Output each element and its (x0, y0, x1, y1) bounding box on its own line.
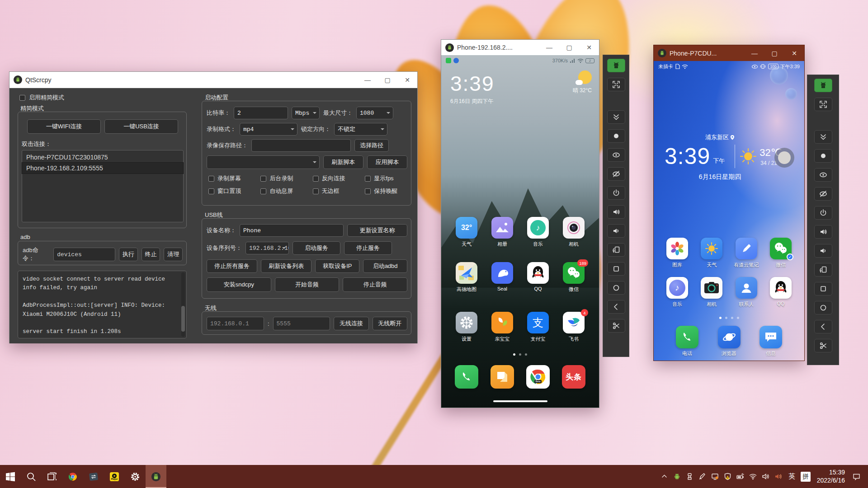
minimize-button[interactable]: — (745, 50, 764, 56)
checkbox-icon[interactable] (313, 176, 319, 182)
checkbox-always-top[interactable]: 窗口置顶 (208, 187, 257, 195)
expand-more-button[interactable] (814, 130, 832, 144)
volume-down-button[interactable] (607, 224, 625, 238)
cast-tray-icon[interactable] (709, 465, 721, 488)
chrome-taskbar-button[interactable] (62, 465, 83, 488)
dock-toutiao[interactable]: 头条 (559, 365, 588, 389)
wifi-connect-button[interactable]: 一键WIFI连接 (27, 119, 101, 134)
app-huawei-music[interactable]: ♪ 音乐 (663, 277, 692, 308)
fullscreen-button[interactable] (607, 78, 625, 91)
volume-active-tray-icon[interactable] (773, 465, 784, 488)
home-indicator[interactable] (493, 400, 547, 402)
app-contacts[interactable]: 联系人 (732, 277, 761, 308)
app-wechat[interactable]: ✓ 微信 (766, 238, 795, 268)
record-format-select[interactable]: mp4 (240, 123, 297, 136)
rotate-button[interactable] (607, 243, 625, 257)
app-feishu[interactable]: 4 飞书 (559, 312, 588, 343)
language-indicator[interactable]: 英 (785, 465, 799, 488)
qtscrcpy-titlebar[interactable]: QtScrcpy — ▢ ✕ (9, 72, 417, 88)
adb-stop-button[interactable]: 终止 (142, 248, 160, 261)
refresh-device-list-button[interactable]: 刷新设备列表 (261, 259, 311, 273)
screenshot-button[interactable] (607, 319, 625, 333)
wireless-connect-button[interactable]: 无线连接 (334, 317, 368, 330)
start-audio-button[interactable]: 开始音频 (275, 277, 340, 292)
screen-off-button[interactable] (814, 187, 832, 201)
action-center-button[interactable] (850, 465, 862, 488)
touch-button[interactable] (814, 149, 832, 163)
wifi-tray-icon[interactable] (747, 465, 759, 488)
log-scrollbar[interactable] (181, 272, 185, 337)
app-gallery[interactable]: 相册 (488, 217, 517, 248)
phone2-titlebar[interactable]: Phone-P7CDU... — ▢ ✕ (654, 45, 804, 61)
expand-more-button[interactable] (607, 110, 625, 124)
close-button[interactable]: ✕ (397, 77, 417, 83)
taskbar-clock[interactable]: 15:39 2022/6/16 (812, 469, 849, 484)
install-sndcpy-button[interactable]: 安装sndcpy (207, 277, 271, 292)
adb-cmd-input[interactable]: devices (53, 248, 115, 261)
search-button[interactable] (21, 465, 42, 488)
app-qq[interactable]: QQ (524, 262, 552, 293)
dock-photos[interactable] (488, 365, 517, 389)
weather-widget[interactable]: 晴 32°C (573, 70, 592, 94)
device-name-input[interactable]: Phone (240, 224, 344, 237)
stop-service-button[interactable]: 停止服务 (344, 241, 392, 255)
app-weather[interactable]: 32° 天气 (452, 217, 481, 248)
app-qinbaobao[interactable]: 亲宝宝 (488, 312, 517, 343)
task-view-button[interactable] (42, 465, 62, 488)
fullscreen-button[interactable] (814, 98, 832, 111)
checkbox-icon[interactable] (208, 176, 214, 182)
app-menu-button[interactable] (607, 59, 625, 72)
app-huawei-gallery[interactable]: 图库 (663, 238, 692, 268)
bitrate-unit-select[interactable]: Mbps (292, 107, 320, 119)
maximize-button[interactable]: ▢ (764, 50, 784, 56)
app-qq[interactable]: QQ (766, 277, 795, 308)
checkbox-icon[interactable] (365, 188, 371, 194)
qtscrcpy-taskbar-button[interactable] (146, 465, 166, 488)
checkbox-icon[interactable] (365, 176, 371, 182)
stop-audio-button[interactable]: 停止音频 (343, 277, 407, 292)
device-list-item-selected[interactable]: Phone-192.168.2.109:5555 (22, 163, 183, 174)
wireless-ip-input[interactable]: 192.168.0.1 (207, 317, 264, 330)
get-device-ip-button[interactable]: 获取设备IP (315, 259, 359, 273)
adb-log-output[interactable]: video socket connect to server read devi… (18, 271, 187, 338)
dock-chrome-beta[interactable]: Beta (524, 365, 552, 389)
checkbox-keep-awake[interactable]: 保持唤醒 (365, 187, 407, 195)
transfer-app-button[interactable] (83, 465, 104, 488)
qtscrcpy-tray-icon[interactable] (671, 465, 683, 488)
max-size-select[interactable]: 1080 (356, 107, 393, 119)
phone1-titlebar[interactable]: Phone-192.168.2.... — ▢ ✕ (441, 40, 599, 55)
maximize-button[interactable]: ▢ (559, 44, 579, 51)
power-button[interactable] (607, 186, 625, 200)
app-camera[interactable]: 相机 (559, 217, 588, 248)
dock-browser[interactable]: 浏览器 (715, 326, 744, 357)
dock-phone[interactable] (452, 365, 481, 389)
start-adbd-button[interactable]: 启动adbd (363, 259, 407, 273)
screen-on-button[interactable] (607, 148, 625, 162)
volume-down-button[interactable] (814, 244, 832, 258)
checkbox-bg-record[interactable]: 后台录制 (260, 174, 309, 183)
bitrate-input[interactable]: 2 (234, 107, 288, 119)
adb-exec-button[interactable]: 执行 (119, 248, 138, 261)
ime-mode-box[interactable]: 拼 (801, 472, 811, 482)
screen-off-button[interactable] (607, 167, 625, 181)
phone2-screen[interactable]: 未插卡 100 下午3:39 浦东新区 3:39 下午 32℃ 34 / 21 (654, 61, 804, 361)
volume-tray-icon[interactable] (760, 465, 772, 488)
checkbox-record-screen[interactable]: 录制屏幕 (208, 174, 257, 183)
app-settings[interactable]: 设置 (452, 312, 481, 343)
app-switch-button[interactable] (607, 262, 625, 276)
serial-select[interactable]: 192.168.2.109:5555 (245, 242, 289, 254)
stop-all-services-button[interactable]: 停止所有服务 (207, 259, 257, 273)
phone1-screen[interactable]: 370K/s 2 3:39 6月16日 周四下午 晴 32°C 32° 天气 相… (441, 55, 599, 408)
apply-script-button[interactable]: 应用脚本 (367, 155, 407, 169)
choose-path-button[interactable]: 选择路径 (354, 139, 389, 152)
checkbox-show-fps[interactable]: 显示fps (365, 174, 407, 183)
battery-tray-icon[interactable] (735, 465, 746, 488)
app-huawei-weather[interactable]: 天气 (697, 238, 726, 268)
usb-connect-button[interactable]: 一键USB连接 (104, 119, 178, 134)
player-app-button[interactable]: Player (104, 465, 125, 488)
app-huawei-camera[interactable]: 相机 (697, 277, 726, 308)
settings-taskbar-button[interactable] (125, 465, 146, 488)
pen-tray-icon[interactable] (697, 465, 708, 488)
minimize-button[interactable]: — (358, 77, 377, 83)
dock-phone[interactable]: 电话 (673, 326, 702, 357)
